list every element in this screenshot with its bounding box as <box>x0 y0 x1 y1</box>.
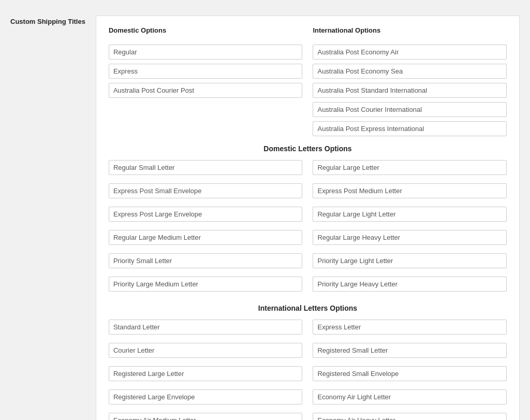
intl-letter-left-4[interactable] <box>109 413 303 420</box>
domestic-letters-header: Domestic Letters Options <box>109 144 507 153</box>
domestic-letter-right-1[interactable] <box>313 183 507 198</box>
intl-letter-right-4[interactable] <box>313 413 507 420</box>
domestic-letter-right-4[interactable] <box>313 253 507 268</box>
domestic-letter-left-5[interactable] <box>109 277 303 292</box>
international-letters-header: International Letters Options <box>109 304 507 312</box>
international-letters-section: International Letters Options <box>109 304 507 420</box>
intl-economy-air-input[interactable] <box>313 45 507 60</box>
domestic-letters-section: Domestic Letters Options <box>109 144 507 296</box>
intl-letter-left-2[interactable] <box>109 366 303 381</box>
domestic-letter-left-4[interactable] <box>109 253 303 268</box>
domestic-letter-left-1[interactable] <box>109 183 303 198</box>
international-letters-grid <box>109 320 507 420</box>
domestic-letter-left-3[interactable] <box>109 230 303 245</box>
intl-letter-left-3[interactable] <box>109 389 303 404</box>
intl-courier-input[interactable] <box>313 102 507 117</box>
intl-letter-left-0[interactable] <box>109 320 303 335</box>
intl-express-input[interactable] <box>313 121 507 136</box>
international-options-header: International Options <box>313 26 507 34</box>
intl-standard-input[interactable] <box>313 83 507 98</box>
intl-letter-left-1[interactable] <box>109 343 303 358</box>
domestic-letters-grid <box>109 160 507 296</box>
main-panel: Domestic Options International Options D… <box>96 16 520 420</box>
domestic-regular-input[interactable] <box>109 45 303 60</box>
intl-letter-right-3[interactable] <box>313 389 507 404</box>
domestic-letter-right-3[interactable] <box>313 230 507 245</box>
international-inputs-column <box>313 45 507 136</box>
domestic-express-input[interactable] <box>109 64 303 79</box>
domestic-courier-post-input[interactable] <box>109 83 303 98</box>
domestic-options-header: Domestic Options <box>109 26 303 34</box>
intl-letter-right-0[interactable] <box>313 320 507 335</box>
domestic-letter-right-2[interactable] <box>313 207 507 222</box>
domestic-letter-left-2[interactable] <box>109 207 303 222</box>
section-label: Custom Shipping Titles <box>10 16 85 420</box>
domestic-inputs-column <box>109 45 303 136</box>
intl-letter-right-1[interactable] <box>313 343 507 358</box>
domestic-letter-left-0[interactable] <box>109 160 303 175</box>
top-options-grid <box>109 45 507 136</box>
intl-letter-right-2[interactable] <box>313 366 507 381</box>
domestic-letter-right-5[interactable] <box>313 277 507 292</box>
domestic-letter-right-0[interactable] <box>313 160 507 175</box>
intl-economy-sea-input[interactable] <box>313 64 507 79</box>
